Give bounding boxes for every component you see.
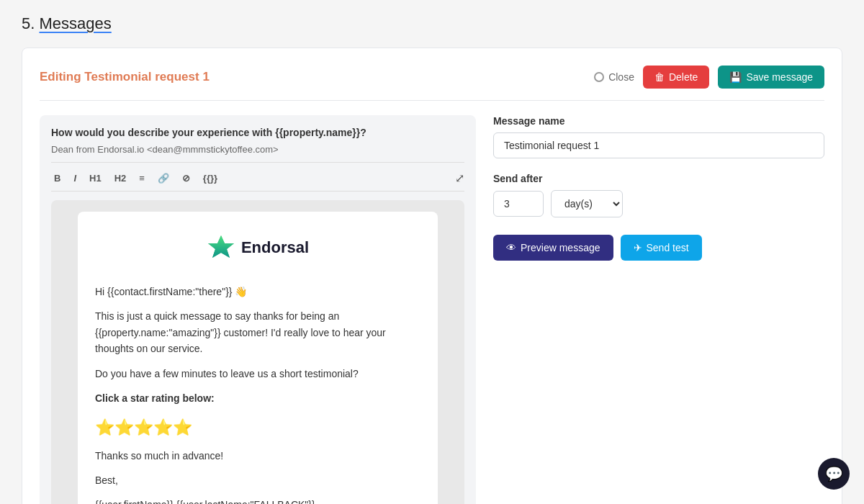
message-name-group: Message name — [493, 115, 824, 158]
link-button[interactable]: 🔗 — [155, 171, 172, 185]
send-icon: ✈ — [634, 242, 642, 253]
expand-button[interactable]: ⤢ — [455, 171, 464, 185]
email-logo: Endorsal — [95, 233, 420, 262]
close-radio-icon — [594, 72, 604, 82]
h1-button[interactable]: H1 — [86, 171, 104, 185]
email-signature: {{user.firstName}} {{user.lastName:"FALL… — [95, 497, 420, 504]
svg-marker-1 — [208, 235, 234, 258]
send-after-input[interactable] — [493, 191, 544, 217]
email-preview: Endorsal Hi {{contact.firstName:"there"}… — [78, 212, 438, 504]
variable-button[interactable]: {{}} — [200, 171, 220, 185]
header-actions: Close 🗑 Delete 💾 Save message — [594, 66, 824, 89]
trash-icon: 🗑 — [654, 71, 665, 83]
email-from: Dean from Endorsal.io <dean@mmmstickytof… — [51, 144, 464, 163]
send-after-unit-select[interactable]: hour(s) day(s) week(s) — [551, 190, 623, 217]
h2-button[interactable]: H2 — [112, 171, 130, 185]
bold-button[interactable]: B — [51, 171, 63, 185]
email-cta: Click a star rating below: — [95, 390, 420, 406]
send-after-group: Send after hour(s) day(s) week(s) — [493, 173, 824, 217]
chat-icon: 💬 — [825, 465, 843, 482]
endorsal-logo-icon — [207, 233, 235, 262]
main-card: Editing Testimonial request 1 Close 🗑 De… — [22, 48, 842, 504]
save-message-button[interactable]: 💾 Save message — [718, 66, 824, 89]
align-button[interactable]: ≡ — [136, 171, 148, 185]
email-thanks: Thanks so much in advance! — [95, 448, 420, 464]
content-area: How would you describe your experience w… — [40, 115, 824, 504]
email-preview-container: Endorsal Hi {{contact.firstName:"there"}… — [51, 200, 464, 504]
editing-title: Editing Testimonial request 1 — [40, 70, 210, 84]
editor-panel: How would you describe your experience w… — [40, 115, 476, 504]
email-line1: This is just a quick message to say than… — [95, 308, 420, 356]
email-subject: How would you describe your experience w… — [51, 127, 464, 138]
right-panel: Message name Send after hour(s) day(s) w… — [493, 115, 824, 504]
preview-message-button[interactable]: 👁 Preview message — [493, 235, 613, 261]
save-icon: 💾 — [729, 71, 742, 83]
star-rating[interactable]: ⭐⭐⭐⭐⭐ — [95, 415, 420, 440]
email-signoff: Best, — [95, 472, 420, 488]
send-after-label: Send after — [493, 173, 824, 184]
chat-bubble-button[interactable]: 💬 — [818, 458, 850, 490]
send-test-button[interactable]: ✈ Send test — [621, 235, 702, 261]
preview-icon: 👁 — [506, 242, 516, 253]
email-body: Hi {{contact.firstName:"there"}} 👋 This … — [95, 284, 420, 504]
card-header: Editing Testimonial request 1 Close 🗑 De… — [40, 66, 824, 101]
send-after-row: hour(s) day(s) week(s) — [493, 190, 824, 217]
close-button[interactable]: Close — [594, 71, 634, 83]
logo-text: Endorsal — [241, 238, 309, 257]
italic-button[interactable]: I — [71, 171, 79, 185]
message-name-input[interactable] — [493, 132, 824, 158]
section-title: 5. Messages — [22, 14, 112, 33]
email-line2: Do you have a few minutes to leave us a … — [95, 366, 420, 382]
message-name-label: Message name — [493, 115, 824, 127]
action-buttons: 👁 Preview message ✈ Send test — [493, 235, 824, 261]
unlink-button[interactable]: ⊘ — [179, 171, 193, 185]
email-greeting: Hi {{contact.firstName:"there"}} 👋 — [95, 284, 420, 300]
delete-button[interactable]: 🗑 Delete — [643, 66, 709, 89]
editor-toolbar: B I H1 H2 ≡ 🔗 ⊘ {{}} ⤢ — [51, 171, 464, 192]
